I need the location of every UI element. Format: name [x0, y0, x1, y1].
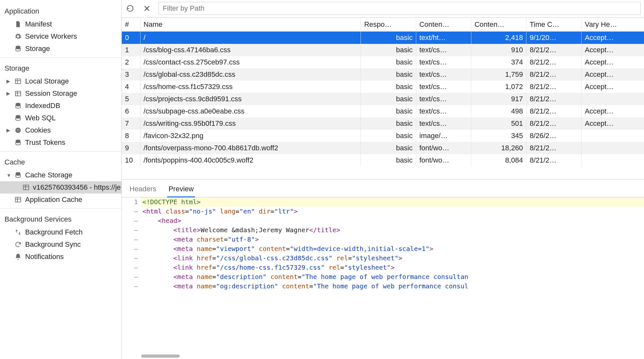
close-icon[interactable] [142, 3, 152, 14]
table-row[interactable]: 4/css/home-css.f1c57329.cssbasictext/cs…… [122, 81, 644, 93]
sidebar-item-cache-entry[interactable]: v1625760393456 - https://je [0, 181, 121, 194]
cell-clen: 910 [471, 44, 526, 56]
cell-idx: 0 [122, 32, 140, 44]
chevron-right-icon[interactable]: ▶ [6, 127, 10, 133]
table-row[interactable]: 0/basictext/ht…2,4189/1/20…Accept… [122, 32, 644, 44]
cookie-icon [14, 126, 22, 134]
cell-ctype: text/cs… [416, 105, 471, 117]
sidebar-item-indexeddb[interactable]: IndexedDB [0, 100, 121, 112]
horizontal-scrollbar[interactable] [141, 354, 180, 358]
database-icon [14, 45, 22, 53]
sidebar-item-cache-storage[interactable]: ▼Cache Storage [0, 169, 121, 181]
sidebar-item-bg-fetch[interactable]: Background Fetch [0, 226, 121, 238]
cell-time: 8/21/2… [526, 105, 582, 117]
line-number: – [122, 207, 141, 216]
cell-resp: basic [361, 142, 416, 154]
code-line[interactable]: – <title>Welcome &mdash;Jeremy Wagner</t… [122, 225, 644, 235]
code-line[interactable]: 1<!DOCTYPE html> [122, 197, 644, 207]
code-line[interactable]: –<html class="no-js" lang="en" dir="ltr"… [122, 207, 644, 216]
code-content: <meta name="og:description" content="The… [141, 282, 644, 291]
sidebar-item-manifest[interactable]: Manifest [0, 18, 121, 30]
sidebar-item-label: IndexedDB [25, 102, 60, 110]
application-sidebar: ApplicationManifestService WorkersStorag… [0, 0, 122, 359]
database-icon [14, 102, 22, 110]
cell-resp: basic [361, 44, 416, 56]
sidebar-item-web-sql[interactable]: Web SQL [0, 112, 121, 124]
cell-vary [582, 130, 644, 142]
sidebar-item-service-workers[interactable]: Service Workers [0, 30, 121, 43]
code-content: <title>Welcome &mdash;Jeremy Wagner</tit… [141, 225, 644, 235]
sidebar-item-storage[interactable]: Storage [0, 43, 121, 55]
chevron-right-icon[interactable]: ▶ [6, 78, 10, 84]
code-content: <meta name="viewport" content="width=dev… [141, 244, 644, 254]
line-number: – [122, 225, 141, 235]
cell-idx: 2 [122, 56, 140, 68]
sidebar-item-label: Cache Storage [25, 171, 72, 179]
sidebar-item-label: Application Cache [25, 195, 82, 204]
col-header[interactable]: Respo… [361, 18, 416, 32]
code-line[interactable]: – <meta name="viewport" content="width=d… [122, 244, 644, 254]
table-row[interactable]: 3/css/global-css.c23d85dc.cssbasictext/c… [122, 68, 644, 81]
sidebar-item-trust-tokens[interactable]: Trust Tokens [0, 136, 121, 149]
sidebar-item-local-storage[interactable]: ▶Local Storage [0, 75, 121, 87]
chevron-down-icon[interactable]: ▼ [6, 173, 11, 178]
cell-ctype: text/cs… [416, 44, 471, 56]
cell-idx: 4 [122, 81, 140, 93]
code-line[interactable]: – <meta charset="utf-8"> [122, 235, 644, 244]
line-number: – [122, 235, 141, 244]
cell-resp: basic [361, 130, 416, 142]
tab-preview[interactable]: Preview [167, 183, 195, 197]
database-icon [14, 171, 22, 179]
table-row[interactable]: 9/fonts/overpass-mono-700.4b8617db.woff2… [122, 142, 644, 154]
table-row[interactable]: 5/css/projects-css.9c8d9591.cssbasictext… [122, 93, 644, 105]
line-number: 1 [122, 197, 141, 207]
table-row[interactable]: 6/css/subpage-css.a0e0eabe.cssbasictext/… [122, 105, 644, 117]
col-header[interactable]: # [122, 18, 140, 32]
col-header[interactable]: Time C… [526, 18, 582, 32]
cell-ctype: image/… [416, 130, 471, 142]
table-row[interactable]: 8/favicon-32x32.pngbasicimage/…3458/26/2… [122, 130, 644, 142]
cell-name: /fonts/poppins-400.40c005c9.woff2 [140, 154, 361, 166]
code-line[interactable]: – <meta name="og:description" content="T… [122, 282, 644, 291]
table-row[interactable]: 1/css/blog-css.47146ba6.cssbasictext/cs…… [122, 44, 644, 56]
code-line[interactable]: – <link href="/css/global-css.c23d85dc.c… [122, 254, 644, 263]
sidebar-item-application-cache[interactable]: Application Cache [0, 194, 121, 206]
sidebar-item-bg-sync[interactable]: Background Sync [0, 238, 121, 251]
swap-icon [14, 228, 22, 236]
cell-ctype: text/cs… [416, 68, 471, 81]
col-header[interactable]: Conten… [416, 18, 471, 32]
detail-tabs: Headers Preview [122, 180, 644, 197]
cell-time: 8/21/2… [526, 81, 582, 93]
cell-time: 8/21/2… [526, 93, 582, 105]
cell-clen: 1,072 [471, 81, 526, 93]
sidebar-item-notifications[interactable]: Notifications [0, 251, 121, 263]
code-line[interactable]: – <meta name="description" content="The … [122, 272, 644, 282]
cell-idx: 1 [122, 44, 140, 56]
preview-pane[interactable]: 1<!DOCTYPE html>–<html class="no-js" lan… [122, 197, 644, 359]
cell-name: /favicon-32x32.png [140, 130, 361, 142]
table-row[interactable]: 10/fonts/poppins-400.40c005c9.woff2basic… [122, 154, 644, 166]
cell-clen: 8,084 [471, 154, 526, 166]
refresh-icon[interactable] [125, 3, 135, 14]
grid-icon [14, 77, 22, 85]
cell-time: 8/21/2… [526, 56, 582, 68]
code-line[interactable]: – <head> [122, 216, 644, 225]
col-header[interactable]: Name [140, 18, 361, 32]
cell-idx: 8 [122, 130, 140, 142]
cell-time: 8/26/2… [526, 130, 582, 142]
table-row[interactable]: 7/css/writing-css.95b0f179.cssbasictext/… [122, 117, 644, 130]
filter-input[interactable] [159, 2, 641, 15]
sidebar-item-cookies[interactable]: ▶Cookies [0, 124, 121, 136]
chevron-right-icon[interactable]: ▶ [6, 91, 10, 96]
section-header: Storage [0, 60, 121, 75]
svg-rect-1 [15, 79, 21, 84]
cell-idx: 10 [122, 154, 140, 166]
table-row[interactable]: 2/css/contact-css.275ceb97.cssbasictext/… [122, 56, 644, 68]
col-header[interactable]: Conten… [471, 18, 526, 32]
code-content: <link href="/css/home-css.f1c57329.css" … [141, 263, 644, 272]
col-header[interactable]: Vary He… [582, 18, 644, 32]
code-line[interactable]: – <link href="/css/home-css.f1c57329.css… [122, 263, 644, 272]
cell-ctype: text/ht… [416, 32, 471, 44]
tab-headers[interactable]: Headers [128, 183, 158, 197]
sidebar-item-session-storage[interactable]: ▶Session Storage [0, 87, 121, 100]
